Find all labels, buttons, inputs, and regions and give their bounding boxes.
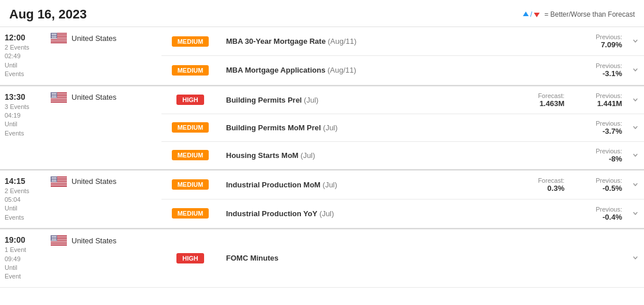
svg-point-157 <box>55 181 56 182</box>
expand-cell[interactable] <box>627 141 644 169</box>
expand-cell[interactable] <box>627 56 644 85</box>
forecast-cell <box>511 229 569 288</box>
svg-point-206 <box>51 240 52 240</box>
forecast-cell <box>511 27 569 56</box>
event-cell: FOMC Minutes <box>219 229 511 288</box>
svg-point-147 <box>56 179 57 180</box>
event-period: (Jul) <box>323 123 337 132</box>
expand-cell[interactable] <box>627 86 644 114</box>
svg-point-126 <box>52 177 52 178</box>
forecast-cell: Forecast: 0.3% <box>511 170 569 199</box>
chevron-down-icon <box>632 210 638 216</box>
time-value: 14:15 <box>5 176 42 186</box>
svg-point-156 <box>54 181 55 182</box>
importance-cell: MEDIUM <box>161 199 219 228</box>
svg-rect-171 <box>51 245 67 246</box>
importance-badge: MEDIUM <box>172 150 209 160</box>
svg-rect-10 <box>51 41 67 42</box>
svg-point-149 <box>52 180 53 181</box>
svg-point-90 <box>52 95 53 96</box>
svg-point-46 <box>55 37 56 37</box>
country-name: United States <box>71 93 116 101</box>
expand-cell[interactable] <box>627 170 644 199</box>
svg-point-24 <box>55 34 56 35</box>
svg-point-150 <box>54 180 54 181</box>
svg-point-89 <box>51 95 52 96</box>
event-cell: Housing Starts MoM (Jul) <box>219 141 511 169</box>
svg-rect-114 <box>51 183 67 183</box>
forecast-value: 1.463M <box>516 99 564 108</box>
previous-cell <box>569 229 627 288</box>
svg-point-191 <box>52 238 53 239</box>
svg-rect-12 <box>51 43 67 43</box>
svg-point-152 <box>55 180 56 181</box>
svg-rect-116 <box>51 184 67 184</box>
svg-point-82 <box>55 94 56 95</box>
flag-icon <box>51 33 67 43</box>
svg-point-134 <box>54 178 55 179</box>
svg-point-70 <box>54 92 55 93</box>
event-name: MBA 30-Year Mortgage Rate (Aug/11) <box>226 37 356 46</box>
svg-point-101 <box>52 97 53 97</box>
importance-badge: HIGH <box>176 253 204 263</box>
svg-point-76 <box>55 93 55 93</box>
table-row[interactable]: 13:30 3 Events 04:19 Until Events <box>0 86 644 114</box>
svg-point-148 <box>52 180 52 181</box>
svg-point-52 <box>56 37 57 38</box>
expand-cell[interactable] <box>627 114 644 141</box>
chevron-down-icon <box>632 125 638 130</box>
country-inner: United States <box>51 33 157 43</box>
page-header: Aug 16, 2023 / = Better/Worse than Forec… <box>0 0 644 27</box>
svg-point-47 <box>51 37 52 38</box>
svg-rect-115 <box>51 183 67 184</box>
svg-rect-61 <box>51 99 67 99</box>
event-name: Industrial Production MoM (Jul) <box>226 180 337 189</box>
svg-rect-167 <box>51 242 67 242</box>
event-cell: Building Permits MoM Prel (Jul) <box>219 114 511 141</box>
svg-point-87 <box>55 95 55 95</box>
previous-cell: Previous: -0.4% <box>569 199 627 228</box>
event-period: (Jul) <box>323 180 337 189</box>
svg-point-177 <box>55 236 56 236</box>
flag-icon <box>51 92 67 103</box>
event-cell: MBA Mortgage Applications (Aug/11) <box>219 56 511 85</box>
previous-label: Previous: <box>574 92 622 99</box>
expand-cell[interactable] <box>627 27 644 56</box>
svg-point-95 <box>52 96 52 97</box>
svg-point-97 <box>54 96 54 97</box>
table-row[interactable]: 14:15 2 Events 05:04 Until Events <box>0 170 644 199</box>
svg-point-17 <box>54 33 55 34</box>
previous-value: -0.4% <box>574 213 622 221</box>
svg-point-51 <box>55 37 56 38</box>
svg-point-141 <box>55 179 56 179</box>
svg-point-146 <box>55 179 56 180</box>
svg-point-44 <box>54 37 54 37</box>
time-cell: 14:15 2 Events 05:04 Until Events <box>0 170 46 228</box>
expand-cell[interactable] <box>627 229 644 288</box>
country-inner: United States <box>51 235 157 246</box>
svg-point-32 <box>52 35 53 36</box>
importance-cell: MEDIUM <box>161 141 219 169</box>
previous-value: -0.5% <box>574 184 622 193</box>
event-cell: Industrial Production MoM (Jul) <box>219 170 511 199</box>
table-row[interactable]: 19:00 1 Event 09:49 Until Event <box>0 229 644 288</box>
time-cell: 12:00 2 Events 02:49 Until Events <box>0 27 46 85</box>
time-value: 19:00 <box>5 235 42 244</box>
svg-point-91 <box>53 95 54 96</box>
svg-rect-168 <box>51 243 67 243</box>
importance-badge: MEDIUM <box>172 65 209 76</box>
importance-badge: MEDIUM <box>172 36 209 47</box>
event-cell: Industrial Production YoY (Jul) <box>219 199 511 228</box>
table-row[interactable]: 12:00 2 Events 02:49 Until Events <box>0 27 644 56</box>
svg-point-72 <box>56 92 57 93</box>
forecast-value: 0.3% <box>516 184 564 193</box>
up-arrow-icon <box>522 10 530 18</box>
svg-point-193 <box>55 238 55 239</box>
events-info: 3 Events 04:19 Until Events <box>5 103 42 138</box>
svg-point-38 <box>53 36 54 37</box>
expand-cell[interactable] <box>627 199 644 228</box>
svg-point-41 <box>56 36 57 37</box>
svg-point-210 <box>55 240 56 240</box>
svg-point-23 <box>55 34 55 35</box>
svg-point-139 <box>54 179 54 179</box>
